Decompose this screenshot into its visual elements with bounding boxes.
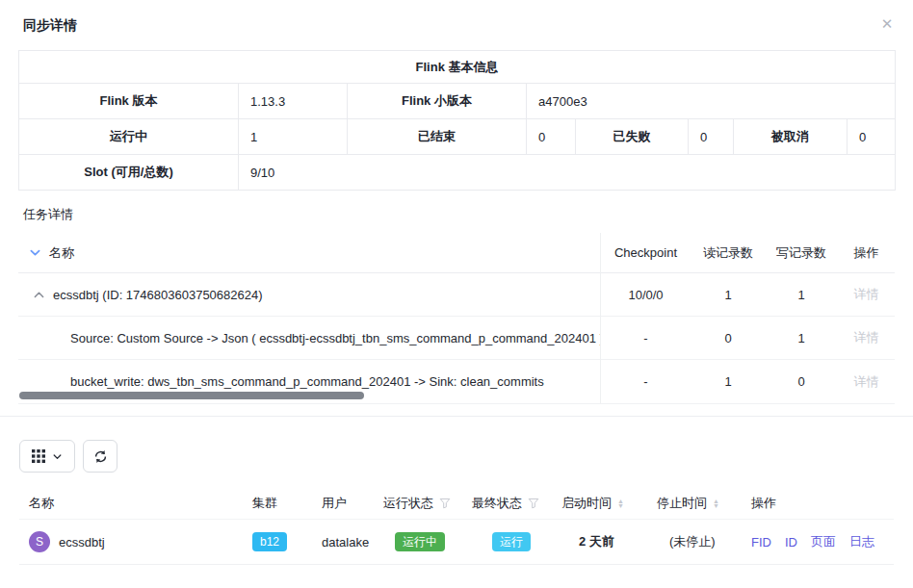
jobs-toolbar bbox=[19, 440, 913, 473]
task-name: Source: Custom Source -> Json ( ecssdbtj… bbox=[70, 331, 600, 345]
task-col-name: 名称 bbox=[49, 244, 74, 262]
task-detail-link[interactable]: 详情 bbox=[854, 330, 879, 345]
modal-header: 同步详情 bbox=[0, 0, 913, 35]
canceled-label: 被取消 bbox=[734, 119, 848, 155]
job-user: datalake bbox=[322, 535, 369, 550]
cluster-badge: b12 bbox=[252, 532, 287, 551]
task-name: bucket_write: dws_tbn_sms_command_p_comm… bbox=[70, 374, 544, 389]
flink-info-table: Flink 基本信息 Flink 版本 1.13.3 Flink 小版本 a47… bbox=[18, 50, 896, 191]
jobs-table: 名称 集群 用户 运行状态 最终状态 启动时间 ▲▼ 停止时间 ▲ bbox=[19, 488, 894, 565]
task-read-count: 1 bbox=[691, 374, 765, 389]
task-write-count: 1 bbox=[765, 331, 838, 345]
task-col-write: 写记录数 bbox=[765, 244, 838, 262]
final-status-badge: 运行 bbox=[492, 532, 531, 551]
horizontal-scrollbar[interactable] bbox=[19, 392, 364, 399]
task-checkpoint: 10/0/0 bbox=[600, 288, 691, 302]
task-col-checkpoint: Checkpoint bbox=[600, 245, 691, 260]
task-write-count: 1 bbox=[765, 288, 838, 302]
fixed-column-divider bbox=[600, 233, 601, 403]
jobs-table-header: 名称 集群 用户 运行状态 最终状态 启动时间 ▲▼ 停止时间 ▲ bbox=[19, 488, 894, 520]
jobs-col-stop-time: 停止时间 ▲▼ bbox=[657, 495, 751, 512]
collapse-chevron-up-icon[interactable] bbox=[32, 288, 45, 301]
task-write-count: 0 bbox=[765, 374, 838, 389]
fid-link[interactable]: FID bbox=[751, 535, 771, 550]
task-col-read: 读记录数 bbox=[691, 244, 765, 262]
failed-label: 已失败 bbox=[576, 119, 689, 155]
task-name: ecssdbtj (ID: 1746803603750682624) bbox=[53, 288, 263, 302]
jobs-col-action: 操作 bbox=[751, 495, 894, 512]
log-link[interactable]: 日志 bbox=[849, 533, 874, 550]
task-checkpoint: - bbox=[600, 331, 691, 345]
task-detail-link[interactable]: 详情 bbox=[854, 287, 879, 301]
task-detail-link[interactable]: 详情 bbox=[854, 374, 879, 389]
refresh-button[interactable] bbox=[83, 440, 117, 473]
id-link[interactable]: ID bbox=[785, 535, 797, 550]
canceled-value: 0 bbox=[848, 119, 896, 155]
job-stop-time: (未停止) bbox=[669, 533, 716, 550]
running-value: 1 bbox=[239, 119, 348, 155]
filter-funnel-icon[interactable] bbox=[528, 498, 539, 509]
jobs-col-start-time: 启动时间 ▲▼ bbox=[561, 495, 657, 512]
task-row-source: Source: Custom Source -> Json ( ecssdbtj… bbox=[18, 317, 895, 360]
jobs-col-user: 用户 bbox=[322, 495, 383, 512]
task-checkpoint: - bbox=[600, 374, 691, 389]
flink-minor-value: a4700e3 bbox=[527, 84, 896, 119]
jobs-col-final-status: 最终状态 bbox=[472, 495, 561, 512]
job-row: S ecssdbtj b12 datalake 运行中 运行 2 天前 (未停止… bbox=[19, 520, 894, 565]
page-link[interactable]: 页面 bbox=[811, 533, 836, 550]
run-status-badge: 运行中 bbox=[395, 532, 445, 551]
task-table-header: 名称 Checkpoint 读记录数 写记录数 操作 bbox=[18, 233, 895, 273]
grid-icon bbox=[32, 449, 45, 463]
sort-carets-icon[interactable]: ▲▼ bbox=[713, 499, 719, 508]
task-row-parent: ecssdbtj (ID: 1746803603750682624) 10/0/… bbox=[18, 273, 895, 317]
flink-version-label: Flink 版本 bbox=[19, 84, 239, 119]
task-details-table: 名称 Checkpoint 读记录数 写记录数 操作 ecssdbtj (ID:… bbox=[18, 233, 895, 404]
filter-funnel-icon[interactable] bbox=[439, 498, 451, 509]
modal-title: 同步详情 bbox=[23, 17, 77, 33]
slot-label: Slot (可用/总数) bbox=[19, 155, 239, 191]
task-details-section-title: 任务详情 bbox=[23, 206, 913, 223]
jobs-col-run-status: 运行状态 bbox=[383, 495, 472, 512]
avatar: S bbox=[29, 531, 50, 552]
flink-version-value: 1.13.3 bbox=[239, 84, 348, 119]
task-read-count: 0 bbox=[691, 331, 765, 345]
sync-details-modal: 同步详情 ✕ Flink 基本信息 Flink 版本 1.13.3 Flink … bbox=[0, 0, 913, 588]
failed-value: 0 bbox=[689, 119, 734, 155]
finished-label: 已结束 bbox=[348, 119, 527, 155]
chevron-down-icon bbox=[52, 451, 63, 462]
job-name[interactable]: ecssdbtj bbox=[59, 535, 105, 550]
flink-minor-label: Flink 小版本 bbox=[348, 84, 527, 119]
refresh-icon bbox=[93, 449, 108, 464]
task-col-action: 操作 bbox=[838, 244, 895, 262]
running-label: 运行中 bbox=[19, 119, 239, 155]
flink-info-title: Flink 基本信息 bbox=[19, 51, 896, 84]
jobs-col-cluster: 集群 bbox=[252, 495, 322, 512]
section-divider bbox=[0, 416, 913, 417]
close-icon[interactable]: ✕ bbox=[877, 14, 897, 34]
column-settings-button[interactable] bbox=[19, 440, 75, 473]
jobs-col-name: 名称 bbox=[19, 495, 252, 512]
task-read-count: 1 bbox=[691, 288, 765, 302]
expand-all-chevron-down-icon[interactable] bbox=[29, 246, 41, 259]
finished-value: 0 bbox=[527, 119, 576, 155]
slot-value: 9/10 bbox=[239, 155, 896, 191]
sort-carets-icon[interactable]: ▲▼ bbox=[617, 499, 624, 508]
job-start-time: 2 天前 bbox=[579, 533, 614, 550]
